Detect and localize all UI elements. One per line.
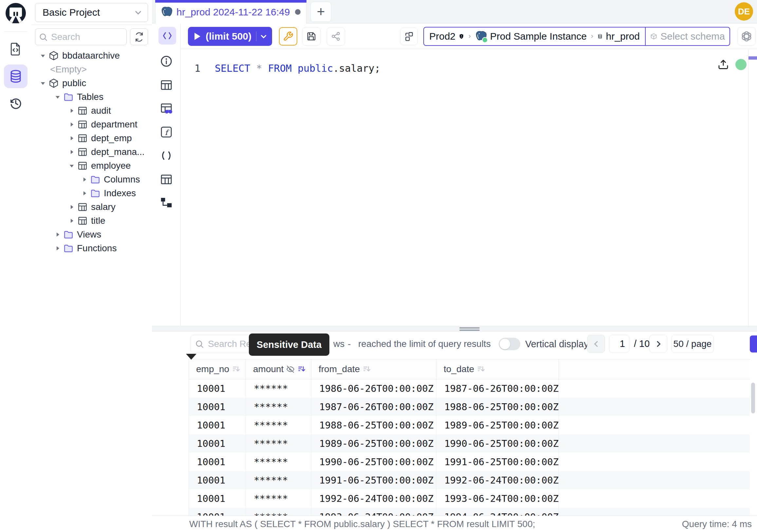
tree-item-indexes[interactable]: Indexes: [31, 186, 152, 200]
format-sql-button[interactable]: [279, 27, 297, 46]
code-token: [250, 63, 256, 74]
instance-online-dot: [482, 37, 488, 43]
breadcrumb-chevron-icon: [468, 32, 472, 40]
sidebar-divider: [31, 24, 152, 25]
column-header-amount[interactable]: amount: [246, 360, 311, 379]
table-icon: [77, 106, 88, 116]
upload-icon[interactable]: [717, 58, 730, 71]
status-bar: WITH result AS ( SELECT * FROM public.sa…: [152, 516, 757, 532]
tree-item-label: Views: [77, 229, 101, 240]
tree-item-views[interactable]: Views: [31, 228, 152, 241]
table-row[interactable]: 10001******1990-06-25T00:00:00Z1991-06-2…: [189, 453, 750, 471]
table-row[interactable]: 10001******1991-06-25T00:00:00Z1992-06-2…: [189, 471, 750, 489]
batch-query-button[interactable]: [400, 27, 418, 45]
table-cell: 1990-06-25T00:00:00Z: [311, 453, 437, 471]
tree-item-columns[interactable]: Columns: [31, 172, 152, 186]
panel-splitter[interactable]: [152, 326, 757, 331]
tree-item-tables[interactable]: Tables: [31, 90, 152, 104]
export-button-partial[interactable]: [750, 335, 757, 353]
table-row[interactable]: 10001******1993-06-24T00:00:00Z1994-06-2…: [189, 508, 750, 516]
table-cell: 10001: [189, 379, 246, 398]
tables-icon[interactable]: [160, 78, 173, 91]
environment-label: Prod2: [429, 31, 455, 42]
caret-right-icon: [68, 218, 76, 224]
table-icon: [77, 216, 88, 226]
sort-icon: [477, 365, 485, 373]
worksheet-icon[interactable]: [9, 42, 23, 56]
tree-item-label: Tables: [77, 92, 104, 102]
tree-item-audit[interactable]: audit: [31, 104, 152, 118]
sql-editor[interactable]: 1 SELECT * FROM public.salary;: [181, 49, 757, 326]
connection-selector[interactable]: Prod2 Prod Sample Instance hr_: [423, 27, 646, 46]
page-number-input[interactable]: [609, 335, 629, 353]
column-header-emp_no[interactable]: emp_no: [189, 360, 246, 379]
table-cell: 1987-06-26T00:00:00Z: [437, 379, 559, 398]
tree-item-title[interactable]: title: [31, 214, 152, 228]
functions-icon[interactable]: f: [160, 125, 173, 139]
table-cell-filler: [559, 508, 750, 516]
run-query-button[interactable]: (limit 500): [188, 27, 272, 46]
tab-hr-prod[interactable]: hr_prod 2024-11-22 16:49: [155, 0, 307, 24]
sidebar-search-input[interactable]: [50, 31, 117, 43]
refresh-button[interactable]: [130, 28, 148, 45]
tree-item-dept-mana-[interactable]: dept_mana...: [31, 145, 152, 159]
share-button[interactable]: [327, 27, 345, 46]
caret-right-icon: [68, 204, 76, 210]
ai-assistant-button[interactable]: [737, 27, 756, 46]
save-button[interactable]: [302, 27, 320, 46]
editor-rail: f: [152, 24, 181, 326]
sidebar-search[interactable]: [35, 28, 127, 45]
table-row[interactable]: 10001******1989-06-25T00:00:00Z1990-06-2…: [189, 434, 750, 453]
new-tab-button[interactable]: +: [310, 2, 331, 22]
schema-selector[interactable]: Select schema: [645, 27, 730, 46]
table-cell: 10001: [189, 489, 246, 508]
next-page-button[interactable]: [649, 335, 667, 353]
avatar[interactable]: DE: [735, 2, 753, 21]
tree-item-bbdataarchive[interactable]: bbdataarchive: [31, 49, 152, 63]
column-header-to_date[interactable]: to_date: [437, 360, 559, 379]
views-icon[interactable]: [160, 172, 173, 186]
sort-icon: [297, 365, 306, 373]
prev-page-button[interactable]: [587, 335, 605, 353]
page-size-select[interactable]: 50 / page: [671, 335, 714, 353]
tree-item-department[interactable]: department: [31, 118, 152, 131]
tree-item-employee[interactable]: employee: [31, 159, 152, 172]
batch-query-icon: [404, 31, 414, 42]
project-selector[interactable]: Basic Project: [35, 3, 148, 22]
table-row[interactable]: 10001******1986-06-26T00:00:00Z1987-06-2…: [189, 379, 750, 398]
sql-editor-mode-button[interactable]: [159, 27, 176, 45]
splitter-handle-icon: [459, 327, 480, 332]
tree-item-label: Indexes: [104, 188, 136, 199]
tree-item-label: department: [91, 119, 137, 130]
history-icon[interactable]: [9, 96, 23, 110]
limit-note: reached the limit of query results: [358, 335, 491, 353]
database-label: hr_prod: [606, 31, 640, 42]
table-cell: ******: [246, 453, 311, 471]
instance-label: Prod Sample Instance: [490, 31, 587, 42]
database-icon[interactable]: [9, 69, 23, 83]
tree-item-public[interactable]: public: [31, 76, 152, 90]
refresh-icon: [134, 32, 144, 42]
connection-breadcrumb: Prod2 Prod Sample Instance hr_: [423, 27, 730, 46]
column-header-from_date[interactable]: from_date: [311, 360, 437, 379]
tree-item--empty-[interactable]: <Empty>: [31, 63, 152, 76]
table-row[interactable]: 10001******1988-06-25T00:00:00Z1989-06-2…: [189, 416, 750, 434]
database-icon: [597, 32, 602, 41]
info-icon[interactable]: [160, 55, 173, 68]
postgres-icon: [161, 6, 172, 18]
play-icon: [195, 33, 200, 40]
column-label: emp_no: [196, 364, 229, 374]
bytebase-logo[interactable]: [5, 3, 26, 24]
tree-item-salary[interactable]: salary: [31, 200, 152, 214]
masked-data-icon[interactable]: [160, 102, 173, 115]
table-row[interactable]: 10001******1987-06-26T00:00:00Z1988-06-2…: [189, 398, 750, 416]
column-label: amount: [253, 364, 284, 374]
table-row[interactable]: 10001******1992-06-24T00:00:00Z1993-06-2…: [189, 489, 750, 508]
parentheses-icon[interactable]: [160, 149, 173, 162]
table-scrollbar-thumb[interactable]: [751, 383, 755, 413]
vertical-display-toggle[interactable]: [499, 338, 520, 350]
schema-diagram-icon[interactable]: [160, 196, 173, 209]
tree-item-dept-emp[interactable]: dept_emp: [31, 131, 152, 145]
save-icon: [306, 31, 317, 42]
tree-item-functions[interactable]: Functions: [31, 241, 152, 255]
